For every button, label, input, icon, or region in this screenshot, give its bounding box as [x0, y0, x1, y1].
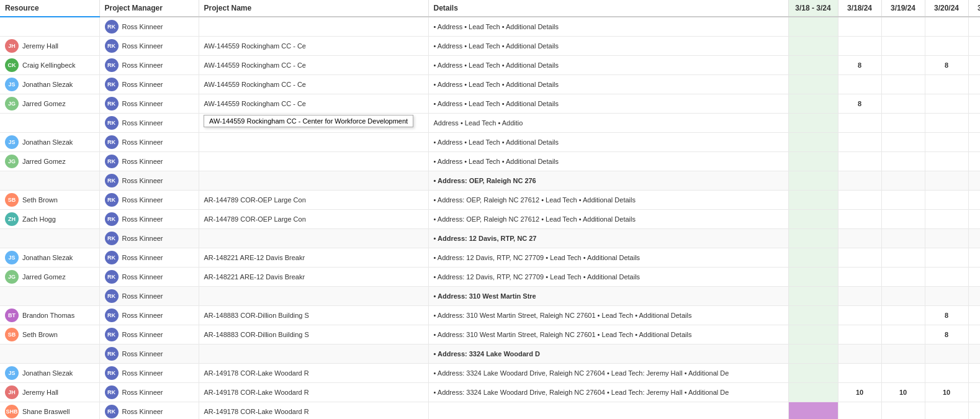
pm-name: Ross Kinneer: [122, 292, 163, 300]
header-pm[interactable]: Project Manager: [99, 0, 199, 17]
table-row: JSJonathan SlezakRKRoss Kinneer• Address…: [0, 133, 980, 152]
d4-cell: [968, 17, 980, 37]
resource-cell: SHBShane Braswell: [0, 402, 99, 420]
d4-cell: [968, 229, 980, 248]
header-range[interactable]: 3/18 - 3/24: [788, 0, 838, 17]
d3-cell: 8: [925, 325, 968, 345]
resource-name: Jonathan Slezak: [22, 81, 73, 88]
resource-cell: JSJonathan Slezak: [0, 133, 99, 152]
header-d1[interactable]: 3/18/24: [838, 0, 881, 17]
d3-cell: [925, 191, 968, 210]
project-cell: AR-148883 COR-Dillion Building S: [199, 306, 428, 325]
d3-cell: [925, 287, 968, 306]
d2-cell: [881, 210, 925, 229]
pm-cell: RKRoss Kinneer: [99, 114, 199, 133]
pm-avatar: RK: [105, 385, 119, 399]
d3-cell: [925, 364, 968, 383]
pm-cell: RKRoss Kinneer: [99, 229, 199, 248]
resource-cell: JHJeremy Hall: [0, 383, 99, 402]
resource-cell: [0, 345, 99, 364]
d2-cell: [881, 268, 925, 287]
range-cell: [788, 248, 838, 268]
pm-avatar: RK: [105, 58, 119, 72]
resource-avatar: JG: [5, 97, 19, 110]
pm-avatar: RK: [105, 20, 119, 34]
pm-cell: RKRoss Kinneer: [99, 306, 199, 325]
d2-cell: [881, 191, 925, 210]
header-d4[interactable]: 3/21/24: [968, 0, 980, 17]
resource-name: Brandon Thomas: [22, 312, 74, 319]
d4-cell: [968, 210, 980, 229]
details-cell: [428, 402, 788, 420]
range-cell: [788, 345, 838, 364]
range-cell: [788, 287, 838, 306]
pm-name: Ross Kinneer: [122, 254, 163, 261]
details-cell: • Address • Lead Tech • Additional Detai…: [428, 75, 788, 94]
table-row: RKRoss Kinneer• Address: 3324 Lake Wooda…: [0, 345, 980, 364]
resource-name: Jarred Gomez: [22, 158, 66, 165]
d1-cell: [838, 133, 881, 152]
d3-cell: [925, 402, 968, 420]
table-row: JHJeremy HallRKRoss KinneerAR-149178 COR…: [0, 383, 980, 402]
details-cell: • Address: 12 Davis, RTP, NC 27: [428, 229, 788, 248]
table-row: SHBShane BraswellRKRoss KinneerAR-149178…: [0, 402, 980, 420]
d2-cell: [881, 17, 925, 37]
resource-avatar: SHB: [5, 405, 19, 418]
resource-cell: JSJonathan Slezak: [0, 75, 99, 94]
d3-cell: [925, 268, 968, 287]
header-d3[interactable]: 3/20/24: [925, 0, 968, 17]
table-row: RKRoss Kinneer• Address: 310 West Martin…: [0, 287, 980, 306]
pm-avatar: RK: [105, 135, 119, 149]
header-resource[interactable]: Resource: [0, 0, 99, 17]
resource-avatar: SB: [5, 193, 19, 207]
range-cell: [788, 191, 838, 210]
d4-cell: [968, 75, 980, 94]
details-cell: • Address: OEP, Raleigh NC 27612 • Lead …: [428, 210, 788, 229]
pm-cell: RKRoss Kinneer: [99, 364, 199, 383]
d1-cell: [838, 402, 881, 420]
d2-cell: [881, 56, 925, 75]
resource-avatar: JH: [5, 39, 19, 53]
d4-cell: 8: [968, 306, 980, 325]
d3-cell: [925, 345, 968, 364]
range-cell: [788, 75, 838, 94]
details-cell: • Address • Lead Tech • Additional Detai…: [428, 133, 788, 152]
header-d2[interactable]: 3/19/24: [881, 0, 925, 17]
details-cell: • Address: 12 Davis, RTP, NC 27709 • Lea…: [428, 248, 788, 268]
pm-avatar: RK: [105, 347, 119, 361]
resource-avatar: ZH: [5, 212, 19, 226]
table-row: RKRoss KinneerAddress • Lead Tech • Addi…: [0, 114, 980, 133]
pm-cell: RKRoss Kinneer: [99, 402, 199, 420]
pm-cell: RKRoss Kinneer: [99, 17, 199, 37]
resource-name: Shane Braswell: [22, 408, 70, 415]
project-cell: [199, 133, 428, 152]
details-cell: • Address • Lead Tech • Additional Detai…: [428, 56, 788, 75]
resource-cell: [0, 17, 99, 37]
header-project[interactable]: Project Name: [199, 0, 428, 17]
pm-name: Ross Kinneer: [122, 100, 163, 107]
d3-cell: [925, 114, 968, 133]
header-details[interactable]: Details: [428, 0, 788, 17]
pm-name: Ross Kinneer: [122, 81, 163, 88]
project-cell: AW-144559 Rockingham CC - Ce: [199, 37, 428, 56]
range-cell: [788, 306, 838, 325]
pm-avatar: RK: [105, 328, 119, 341]
resource-cell: SBSeth Brown: [0, 191, 99, 210]
resource-avatar: JH: [5, 385, 19, 399]
resource-cell: JHJeremy Hall: [0, 37, 99, 56]
d2-cell: [881, 94, 925, 114]
project-cell: AR-149178 COR-Lake Woodard R: [199, 402, 428, 420]
pm-cell: RKRoss Kinneer: [99, 248, 199, 268]
pm-name: Ross Kinneer: [122, 408, 163, 415]
resource-name: Craig Kellingbeck: [22, 61, 76, 69]
d1-cell: [838, 37, 881, 56]
pm-avatar: RK: [105, 97, 119, 110]
d1-cell: [838, 248, 881, 268]
resource-cell: SBSeth Brown: [0, 325, 99, 345]
pm-cell: RKRoss Kinneer: [99, 75, 199, 94]
resource-name: Jonathan Slezak: [22, 369, 73, 377]
project-cell: [199, 152, 428, 171]
range-cell: [788, 94, 838, 114]
d4-cell: 10: [968, 383, 980, 402]
resource-name: Seth Brown: [22, 196, 58, 204]
